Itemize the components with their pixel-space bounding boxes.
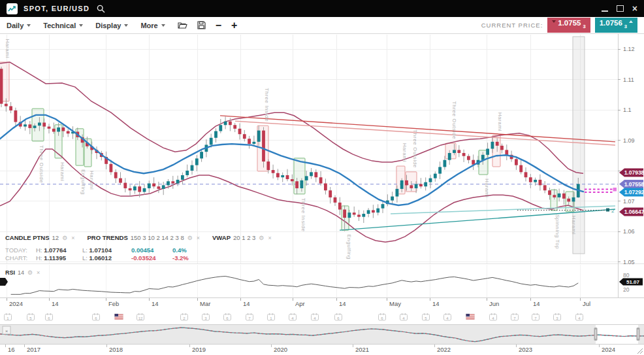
svg-text:2018: 2018	[109, 346, 123, 353]
svg-text:1.07292: 1.07292	[624, 189, 644, 195]
calendar-event-icon: 4	[312, 313, 319, 320]
price-badge: 1.06647	[619, 207, 644, 216]
svg-text:2019: 2019	[192, 346, 206, 353]
svg-text:Harami: Harami	[5, 39, 10, 58]
svg-text:2021: 2021	[355, 346, 369, 353]
gear-icon[interactable]: ⚙	[62, 234, 67, 242]
svg-text:Three Outside: Three Outside	[412, 129, 418, 168]
popout-button[interactable]	[617, 5, 624, 12]
event-icons-row[interactable]: 15661223671446645447734	[5, 313, 583, 320]
chevron-down-icon	[161, 24, 165, 27]
current-price-label: CURRENT PRICE:	[481, 22, 543, 29]
svg-text:14: 14	[52, 300, 59, 307]
chevron-down-icon	[79, 24, 83, 27]
calendar-event-icon: 7	[532, 313, 539, 320]
svg-text:Three Outside: Three Outside	[451, 101, 457, 140]
close-icon[interactable]: ×	[197, 234, 200, 242]
menu-more[interactable]: More	[140, 22, 165, 29]
price-badge: 1.07292	[619, 188, 644, 196]
trendline	[235, 121, 615, 145]
legend-pro-trends[interactable]: PRO TRENDS150 3 10 2 14 2 3 8 ⚙ ×	[87, 234, 201, 242]
legend-vwap[interactable]: VWAP20 1 2 3 ⚙ ×	[212, 234, 272, 242]
app-icon	[7, 3, 18, 14]
svg-text:Harami: Harami	[402, 143, 408, 162]
svg-text:2024: 2024	[9, 300, 23, 307]
close-icon[interactable]: ×	[37, 269, 40, 276]
line-chart-icon	[8, 5, 16, 12]
rsi-panel[interactable]: 802051.07	[0, 272, 643, 294]
price-axis[interactable]: 1.121.111.11.091.071.061.05	[618, 46, 635, 265]
calendar-event-icon: 4	[289, 313, 297, 320]
svg-text:Harami: Harami	[484, 178, 490, 197]
pattern-box	[551, 190, 557, 211]
svg-text:Jul: Jul	[583, 300, 590, 307]
rsi-legend[interactable]: RSI14 ⚙ ×	[5, 269, 40, 276]
calendar-event-icon: 5	[27, 313, 35, 320]
svg-text:Three Outside: Three Outside	[39, 145, 44, 184]
up-arrow-icon	[629, 20, 633, 23]
range-navigator[interactable]: 1620172018201920202021202220232024×	[0, 325, 644, 354]
down-arrow-icon	[552, 20, 556, 23]
navigator-close-button[interactable]: ×	[3, 326, 10, 334]
bid-price-badge: 1.07553	[547, 18, 590, 33]
search-icon[interactable]	[97, 5, 105, 13]
time-axis[interactable]: 202414Feb14Mar14Apr14May14Jun14Jul	[7, 298, 590, 307]
svg-text:Harami: Harami	[59, 162, 65, 181]
svg-text:14: 14	[339, 300, 346, 307]
chevron-down-icon	[124, 24, 128, 27]
svg-text:1.06: 1.06	[623, 228, 635, 235]
svg-text:2020: 2020	[274, 346, 287, 353]
calendar-event-icon: 6	[93, 313, 100, 320]
current-price-area: CURRENT PRICE: 1.07553 1.07563	[481, 18, 637, 33]
close-icon[interactable]: ×	[268, 234, 271, 242]
save-button[interactable]	[197, 21, 206, 29]
svg-text:1.06647: 1.06647	[624, 209, 644, 215]
calendar-event-icon: 12	[137, 313, 144, 320]
gear-icon[interactable]: ⚙	[187, 234, 193, 242]
zoom-out-button[interactable]: −	[216, 20, 221, 31]
pattern-box	[492, 135, 500, 167]
pattern-box	[294, 158, 305, 194]
price-badge: 1.07938	[619, 168, 644, 177]
svg-text:14: 14	[152, 300, 159, 307]
gear-icon[interactable]: ⚙	[259, 234, 264, 242]
chevron-down-icon	[27, 24, 31, 27]
plot-series	[0, 62, 618, 242]
menu-display[interactable]: Display	[95, 22, 128, 29]
chart-stats-row: CHART: H: 1.11395 L: 1.06012 -0.03524 -3…	[5, 254, 281, 262]
svg-text:14: 14	[533, 300, 540, 307]
panel-separators	[0, 34, 644, 345]
svg-text:×: ×	[5, 328, 8, 334]
svg-text:Harami: Harami	[571, 216, 577, 235]
svg-text:1.07558: 1.07558	[624, 181, 644, 188]
svg-text:May: May	[389, 300, 401, 307]
ask-price-badge: 1.07563	[595, 18, 637, 33]
close-button[interactable]: ×	[632, 5, 637, 12]
calendar-event-icon: 6	[379, 313, 386, 320]
minimize-button[interactable]	[602, 10, 608, 12]
us-flag-icon	[466, 314, 475, 320]
svg-text:1.05: 1.05	[623, 259, 635, 265]
svg-text:Three Inside: Three Inside	[300, 198, 306, 232]
gear-icon[interactable]: ⚙	[27, 269, 33, 276]
open-folder-button[interactable]	[178, 22, 187, 29]
svg-text:Engulfing: Engulfing	[80, 169, 86, 195]
svg-text:14: 14	[432, 300, 440, 307]
titlebar: SPOT, EUR/USD ×	[0, 0, 644, 17]
menu-technical[interactable]: Technical	[43, 22, 83, 29]
trading-app-window: { "header": { "title": "SPOT, EUR/USD", …	[0, 0, 644, 355]
zoom-in-button[interactable]: +	[231, 20, 237, 31]
calendar-event-icon: 3	[202, 313, 210, 320]
svg-text:14: 14	[243, 300, 250, 307]
calendar-event-icon: 4	[576, 313, 583, 320]
resize-handle-icon[interactable]	[637, 348, 643, 354]
svg-text:12: 12	[138, 316, 143, 320]
calendar-event-icon: 4	[444, 313, 451, 320]
close-icon[interactable]: ×	[71, 234, 74, 242]
legend-candle-patterns[interactable]: CANDLE PTNS12 ⚙ ×	[5, 234, 75, 242]
svg-text:Mar: Mar	[200, 300, 210, 307]
svg-text:51.07: 51.07	[626, 279, 640, 285]
svg-text:1.07938: 1.07938	[624, 169, 644, 176]
main-chart[interactable]: 2HaramiThree OutsideHaramiEngulfingHaram…	[0, 0, 644, 355]
menu-daily[interactable]: Daily	[7, 22, 31, 29]
